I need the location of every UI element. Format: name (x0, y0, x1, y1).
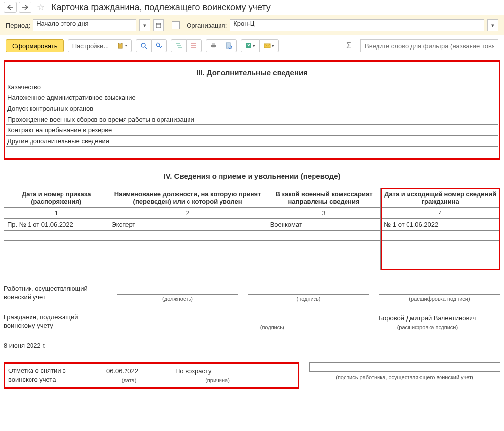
org-label: Организация: (187, 22, 227, 29)
print-preview-button[interactable] (221, 39, 237, 52)
sigma-icon[interactable]: Σ (342, 41, 356, 50)
mail-icon (264, 43, 271, 49)
col-num-2: 2 (108, 208, 267, 219)
clipboard-icon (117, 42, 124, 49)
org-input[interactable]: Крон-Ц (230, 19, 484, 31)
page-title: Карточка гражданина, подлежащего воинско… (51, 2, 271, 13)
svg-rect-16 (212, 47, 215, 48)
period-calendar-button[interactable] (153, 19, 164, 31)
removal-label: Отметка о снятии с воинского учета (8, 367, 87, 384)
section3-highlight: III. Дополнительные сведения Казачество … (4, 60, 500, 160)
svg-line-5 (145, 47, 147, 49)
citizen-signature-caption: (подпись) (200, 323, 345, 330)
search-icon (140, 42, 147, 49)
find-next-button[interactable] (151, 39, 167, 52)
save-button[interactable]: ▾ (241, 39, 260, 52)
decipher-caption: (расшифровка подписи) (379, 295, 500, 302)
svg-rect-17 (226, 43, 230, 48)
expand-tree-icon (175, 42, 182, 49)
citizen-signature-line (200, 314, 345, 323)
nav-back-button[interactable] (4, 2, 17, 13)
svg-rect-15 (212, 43, 215, 45)
col-num-1: 1 (4, 208, 108, 219)
col-header-4: Дата и исходящий номер сведений граждани… (381, 188, 500, 208)
section3-row: Прохождение военных сборов во время рабо… (6, 114, 498, 125)
document-magnify-icon (225, 42, 232, 49)
svg-rect-0 (156, 23, 161, 28)
section3-row: Контракт на пребывание в резерве (6, 125, 498, 136)
signature-caption: (подпись) (248, 295, 369, 302)
toolbar: Сформировать Настройки... ▾ (0, 35, 504, 56)
cell-outgoing: № 1 от 01.06.2022 (381, 219, 500, 231)
generate-button[interactable]: Сформировать (6, 39, 64, 52)
signature-line (248, 286, 369, 295)
section3-row: Наложенное административное взыскание (6, 92, 498, 103)
svg-line-7 (159, 46, 161, 48)
svg-point-4 (141, 43, 145, 47)
col-header-1: Дата и номер приказа (распоряжения) (4, 188, 108, 208)
citizen-name: Боровой Дмитрий Валентинович (355, 314, 500, 323)
svg-rect-3 (119, 43, 121, 44)
collapse-tree-icon (190, 42, 197, 49)
arrow-left-icon (7, 5, 13, 10)
removal-date: 06.06.2022 (102, 367, 156, 376)
section3-row-empty (6, 147, 498, 157)
removal-signature-box (309, 362, 500, 372)
decipher-line (379, 286, 500, 295)
print-button[interactable] (206, 39, 221, 52)
worker-label: Работник, осуществляющий воинский учет (4, 285, 107, 302)
section3-row: Допуск контрольных органов (6, 103, 498, 114)
citizen-decipher-caption: (расшифровка подписи) (355, 323, 500, 330)
calendar-icon (156, 22, 161, 28)
save-icon (245, 42, 252, 49)
search-arrow-icon (156, 42, 162, 49)
removal-highlight: Отметка о снятии с воинского учета 06.06… (4, 362, 299, 389)
citizen-label: Гражданин, подлежащий воинскому учету (4, 313, 107, 330)
email-button[interactable]: ▾ (259, 39, 279, 52)
period-label: Период: (6, 22, 30, 29)
removal-signature-caption: (подпись работника, осуществляющего воин… (309, 374, 500, 380)
section3-title: III. Дополнительные сведения (6, 62, 498, 82)
nav-forward-button[interactable] (19, 2, 32, 13)
period-input[interactable]: Начало этого дня (33, 19, 136, 31)
removal-reason: По возрасту (171, 367, 264, 376)
col-num-4: 4 (381, 208, 500, 219)
position-line (117, 286, 238, 295)
settings-paste-button[interactable]: ▾ (113, 39, 132, 52)
collapse-button[interactable] (186, 39, 202, 52)
section4-table: Дата и номер приказа (распоряжения) Наим… (4, 188, 500, 270)
position-caption: (должность) (117, 295, 238, 302)
org-dropdown-button[interactable]: ▾ (487, 19, 498, 31)
printer-icon (210, 42, 217, 49)
settings-button[interactable]: Настройки... (68, 39, 114, 52)
section4-title: IV. Сведения о приеме и увольнении (пере… (4, 170, 500, 188)
section3-row: Другие дополнительные сведения (6, 136, 498, 147)
period-dropdown-button[interactable]: ▾ (139, 19, 150, 31)
filter-bar: Период: Начало этого дня ▾ Организация: … (0, 15, 504, 35)
svg-point-6 (157, 43, 160, 47)
cell-order: Пр. № 1 от 01.06.2022 (4, 219, 108, 231)
section3-row: Казачество (6, 82, 498, 92)
removal-date-caption: (дата) (122, 377, 137, 383)
document-date: 8 июня 2022 г. (4, 342, 500, 349)
find-button[interactable] (136, 39, 152, 52)
favorite-star-icon[interactable]: ☆ (35, 2, 46, 13)
org-checkbox[interactable] (172, 21, 180, 29)
cell-position: Эксперт (108, 219, 267, 231)
cell-commissariat: Военкомат (267, 219, 381, 231)
removal-reason-caption: (причина) (205, 377, 230, 383)
col-num-3: 3 (267, 208, 381, 219)
col-header-2: Наименование должности, на которую приня… (108, 188, 267, 208)
filter-word-input[interactable] (360, 39, 498, 52)
col-header-3: В какой военный комиссариат направлены с… (267, 188, 381, 208)
expand-button[interactable] (171, 39, 187, 52)
arrow-right-icon (22, 5, 28, 10)
